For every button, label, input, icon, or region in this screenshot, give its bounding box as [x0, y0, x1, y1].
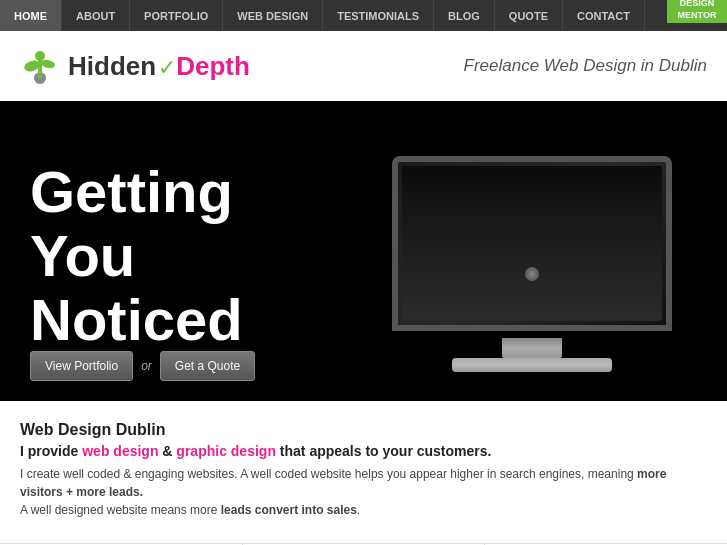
site-header: Hidden ✓Depth Freelance Web Design in Du… [0, 31, 727, 101]
nav-blog[interactable]: BLOG [434, 0, 495, 31]
nav-webdesign[interactable]: WEB DESIGN [223, 0, 323, 31]
nav-about[interactable]: ABOUT [62, 0, 130, 31]
hero-buttons: View Portfolio or Get a Quote [30, 351, 255, 381]
nav-portfolio[interactable]: PORTFOLIO [130, 0, 223, 31]
nav-quote[interactable]: QUOTE [495, 0, 563, 31]
site-tagline: Freelance Web Design in Dublin [464, 56, 707, 76]
get-quote-button[interactable]: Get a Quote [160, 351, 255, 381]
hero-headline: Getting You Noticed [30, 160, 243, 351]
view-portfolio-button[interactable]: View Portfolio [30, 351, 133, 381]
monitor-base [452, 358, 612, 372]
main-nav: HOME ABOUT PORTFOLIO WEB DESIGN TESTIMON… [0, 0, 727, 31]
logo-checkmark: ✓ [152, 55, 176, 80]
monitor-stand [502, 338, 562, 358]
nav-contact[interactable]: CONTACT [563, 0, 645, 31]
graphic-design-link[interactable]: graphic design [176, 443, 276, 459]
monitor-light [525, 267, 539, 281]
main-content: Web Design Dublin I provide web design &… [0, 401, 727, 529]
monitor-screen [392, 156, 672, 331]
desc-paragraph-2: A well designed website means more leads… [20, 501, 707, 519]
or-label: or [141, 359, 152, 373]
hero-monitor-image [367, 136, 697, 376]
design-mentor-badge: DESIGN MENTOR [667, 0, 727, 23]
nav-home[interactable]: HOME [0, 0, 62, 31]
intro-paragraph: I provide web design & graphic design th… [20, 443, 707, 459]
web-design-link[interactable]: web design [82, 443, 158, 459]
logo[interactable]: Hidden ✓Depth [20, 46, 250, 86]
svg-point-4 [35, 51, 45, 61]
hero-section: Getting You Noticed View Portfolio or Ge… [0, 101, 727, 401]
monitor-graphic [382, 156, 682, 376]
nav-testimonials[interactable]: TESTIMONIALS [323, 0, 434, 31]
monitor-screen-inner [402, 166, 662, 321]
desc-paragraph-1: I create well coded & engaging websites.… [20, 465, 707, 501]
logo-text: Hidden ✓Depth [68, 51, 250, 82]
content-title: Web Design Dublin [20, 421, 707, 439]
logo-plant-icon [20, 46, 60, 86]
